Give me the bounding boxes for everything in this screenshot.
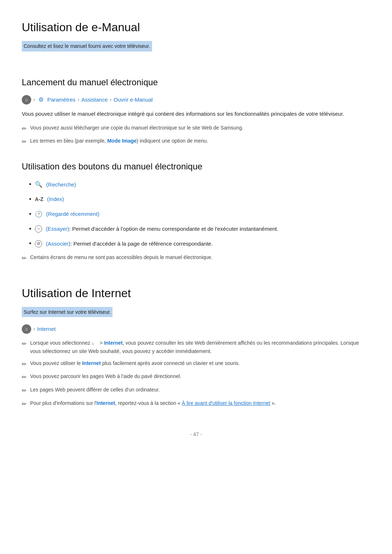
gear-icon: ⚙: [37, 96, 45, 104]
associer-icon: ⊘: [35, 240, 42, 247]
associer-label: (Associer): Permet d'accéder à la page d…: [46, 239, 213, 248]
nav-ouvrir-link[interactable]: Ouvrir e-Manual: [114, 95, 153, 104]
pencil-icon-5: ✏: [22, 360, 26, 369]
section2-subtitle: Surfez sur Internet sur votre téléviseur…: [22, 307, 113, 317]
list-item-associer: ⊘ (Associer): Permet d'accéder à la page…: [29, 238, 370, 249]
note-text-2: Les termes en bleu (par exemple, Mode Im…: [30, 137, 208, 145]
section1-subsection1-title: Lancement du manuel électronique: [22, 75, 370, 89]
nav-arrow-3: ›: [110, 96, 111, 104]
nav-arrow-2: ›: [78, 96, 79, 104]
section1-subtitle-highlight: Consultez et lisez le manuel fourni avec…: [22, 41, 370, 62]
pencil-icon-3: ✏: [22, 254, 26, 263]
pencil-icon-6: ✏: [22, 373, 26, 382]
list-item-recemment: 🕐 (Regardé récemment): [29, 209, 370, 219]
nav-path-internet: ⌂ › Internet: [22, 324, 370, 334]
essayer-label: (Essayer): Permet d'accéder à l'option d…: [46, 225, 278, 233]
internet-note-2: ✏ Vous pouvez utiliser le Internet plus …: [22, 359, 370, 369]
note-text-3: Certains écrans de menu ne sont pas acce…: [30, 253, 213, 261]
note-text-1: Vous pouvez aussi télécharger une copie …: [30, 124, 243, 132]
internet-term-2: Internet: [82, 360, 101, 366]
section2-title: Utilisation de Internet: [22, 284, 370, 303]
search-icon: 🔍: [35, 180, 42, 189]
internet-note-1: ✏ Lorsque vous sélectionnez ⌂ > Internet…: [22, 339, 370, 355]
history-icon: 🕐: [35, 209, 42, 219]
nav-internet-link[interactable]: Internet: [37, 325, 56, 333]
essayer-link[interactable]: (Essayer): [46, 226, 69, 232]
list-item-recherche: 🔍 (Recherche): [29, 179, 370, 190]
recherche-link[interactable]: (Recherche): [46, 181, 76, 188]
nav-parametres-link[interactable]: Paramètres: [47, 95, 75, 104]
mode-image-term: Mode Image: [107, 138, 136, 144]
nav-assistance-link[interactable]: Assistance: [81, 95, 108, 104]
nav-arrow-1: ›: [33, 96, 35, 104]
internet-note-5: ✏ Pour plus d'informations sur l'Interne…: [22, 399, 370, 409]
index-link[interactable]: (Index): [47, 196, 64, 202]
internet-note-text-2: Vous pouvez utiliser le Internet plus fa…: [30, 359, 240, 367]
pencil-icon-4: ✏: [22, 339, 26, 349]
buttons-list: 🔍 (Recherche) A-Z (Index) 🕐 (Regardé réc…: [29, 179, 370, 249]
section2-subtitle-wrap: Surfez sur Internet sur votre téléviseur…: [22, 307, 370, 324]
internet-note-4: ✏ Les pages Web peuvent différer de cell…: [22, 386, 370, 395]
pencil-icon-2: ✏: [22, 137, 26, 147]
page-number: - 47 -: [190, 431, 202, 437]
section1-subtitle: Consultez et lisez le manuel fourni avec…: [22, 41, 152, 51]
subsection1-body: Vous pouvez utiliser le manuel électroni…: [22, 110, 370, 119]
internet-note-text-3: Vous pouvez parcourir les pages Web à l'…: [30, 372, 181, 380]
internet-note-text-5: Pour plus d'informations sur l'Internet,…: [30, 399, 276, 407]
home-icon-inline: ⌂: [92, 341, 98, 347]
recherche-label: (Recherche): [46, 180, 76, 189]
pencil-icon-8: ✏: [22, 399, 26, 409]
az-icon: A-Z: [35, 195, 43, 203]
list-item-essayer: ○ (Essayer): Permet d'accéder à l'option…: [29, 224, 370, 234]
list-item-index: A-Z (Index): [29, 194, 370, 205]
recemment-label: (Regardé récemment): [46, 210, 99, 218]
index-label: (Index): [47, 195, 64, 204]
essayer-icon: ○: [35, 225, 42, 233]
pencil-icon-1: ✏: [22, 124, 26, 134]
pencil-icon-7: ✏: [22, 386, 26, 395]
page-footer: - 47 -: [22, 430, 370, 438]
internet-note-text-1: Lorsque vous sélectionnez ⌂ > Internet, …: [30, 339, 370, 355]
note-item-2: ✏ Les termes en bleu (par exemple, Mode …: [22, 137, 370, 147]
note-item-3: ✏ Certains écrans de menu ne sont pas ac…: [22, 253, 370, 263]
internet-term-3: Internet: [97, 400, 115, 406]
internet-term-1: Internet: [104, 340, 123, 346]
internet-note-text-4: Les pages Web peuvent différer de celles…: [30, 386, 160, 394]
page-title: Utilisation de e-Manual: [22, 18, 370, 37]
section1-subsection2-title: Utilisation des boutons du manuel électr…: [22, 160, 370, 173]
recemment-link[interactable]: (Regardé récemment): [46, 211, 99, 217]
note-item-1: ✏ Vous pouvez aussi télécharger une copi…: [22, 124, 370, 134]
nav-arrow-4: ›: [33, 325, 35, 333]
internet-reference-link[interactable]: À lire avant d'utiliser la fonction Inte…: [182, 400, 270, 406]
home-icon: ⌂: [22, 95, 31, 104]
associer-link[interactable]: (Associer): [46, 241, 70, 247]
nav-path-emanual: ⌂ › ⚙ Paramètres › Assistance › Ouvrir e…: [22, 95, 370, 104]
home-icon-2: ⌂: [22, 324, 31, 334]
internet-note-3: ✏ Vous pouvez parcourir les pages Web à …: [22, 372, 370, 382]
